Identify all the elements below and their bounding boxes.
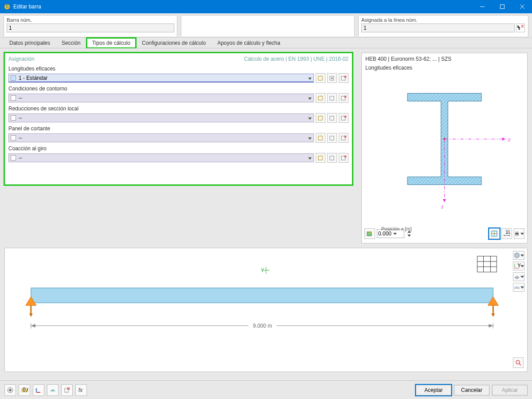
contorno-value: -- <box>19 95 22 101</box>
longitudes-label: Longitudes eficaces <box>8 66 348 72</box>
chevron-down-icon <box>308 115 312 121</box>
chevron-down-icon <box>520 286 524 289</box>
tab-configuraciones-de-calculo[interactable]: Configuraciones de cálculo <box>136 38 211 48</box>
reducciones-new-button[interactable] <box>316 113 325 123</box>
reducciones-value: -- <box>19 115 22 121</box>
ok-button[interactable]: Aceptar <box>416 385 451 395</box>
tab-tipos-de-calculo[interactable]: Tipos de cálculo <box>86 38 136 48</box>
section-profile-view: y z <box>362 80 527 224</box>
longitudes-new-button[interactable] <box>316 73 325 83</box>
svg-text:Y: Y <box>517 262 520 269</box>
tab-datos-principales[interactable]: Datos principales <box>4 38 56 48</box>
tab-apoyos-de-calculo-y-flecha[interactable]: Apoyos de cálculo y flecha <box>211 38 286 48</box>
assigned-line-input[interactable] <box>361 23 515 32</box>
bar-number-input[interactable] <box>7 23 174 32</box>
help-button[interactable] <box>4 384 16 396</box>
svg-rect-24 <box>318 136 322 140</box>
svg-point-10 <box>331 78 333 79</box>
svg-marker-71 <box>31 324 35 328</box>
minimize-button[interactable] <box>472 0 492 13</box>
svg-text:0,00: 0,00 <box>23 387 28 393</box>
axis-z-label: z <box>441 203 444 209</box>
panel-manage-button[interactable] <box>339 133 348 143</box>
view-deform-button[interactable] <box>513 283 524 292</box>
svg-rect-20 <box>330 116 334 120</box>
maximize-button[interactable] <box>492 0 512 13</box>
chevron-down-icon <box>308 155 312 161</box>
chevron-down-icon <box>308 135 312 141</box>
material-button[interactable] <box>47 384 59 396</box>
panel-combo[interactable]: -- <box>8 133 314 142</box>
tab-strip: Datos principales Sección Tipos de cálcu… <box>0 38 532 48</box>
svg-rect-19 <box>318 116 322 120</box>
view-iso-button[interactable] <box>513 272 524 281</box>
beam-length-label: 9.000 m <box>253 323 272 329</box>
beam-view: Y 9.000 m <box>4 248 528 372</box>
svg-rect-14 <box>318 96 322 100</box>
units-button[interactable]: 0,00 <box>19 384 30 396</box>
contorno-combo[interactable]: -- <box>8 94 314 102</box>
checkbox-icon <box>11 95 16 101</box>
close-button[interactable] <box>512 0 532 13</box>
chevron-down-icon <box>520 276 524 278</box>
app-icon: 6 <box>4 3 11 10</box>
svg-rect-53 <box>516 235 518 236</box>
contorno-edit-button[interactable] <box>327 93 337 103</box>
svg-rect-25 <box>330 136 334 140</box>
chevron-down-icon <box>520 265 524 267</box>
panel-new-button[interactable] <box>316 133 325 143</box>
print-button[interactable] <box>514 228 524 239</box>
svg-rect-3 <box>500 5 504 9</box>
coaccion-new-button[interactable] <box>316 153 325 163</box>
zoom-reset-button[interactable] <box>513 357 524 368</box>
coaccion-edit-button[interactable] <box>327 153 337 163</box>
delete-button[interactable] <box>61 384 73 396</box>
cancel-button[interactable]: Cancelar <box>454 385 489 395</box>
function-button[interactable]: fx <box>75 384 87 396</box>
apply-button[interactable]: Aplicar <box>492 385 528 395</box>
assignment-title: Asignación <box>8 56 35 62</box>
longitudes-edit-button[interactable] <box>327 73 337 83</box>
load-section-button[interactable] <box>364 228 375 239</box>
reducciones-manage-button[interactable] <box>339 113 348 123</box>
longitudes-combo[interactable]: 1 - Estándar <box>8 74 314 82</box>
chevron-down-icon <box>308 75 312 81</box>
view-section-button[interactable] <box>489 228 500 239</box>
window-title: Editar barra <box>13 4 472 10</box>
position-x-value: 0.000 <box>378 231 391 237</box>
view-axes-button[interactable]: Y <box>513 262 524 270</box>
ok-label: Aceptar <box>424 387 442 393</box>
view-dimensions-button[interactable]: 100 <box>501 228 512 239</box>
contorno-new-button[interactable] <box>316 93 325 103</box>
contorno-manage-button[interactable] <box>339 93 348 103</box>
svg-rect-52 <box>516 232 518 233</box>
view-3d-button[interactable] <box>513 251 524 260</box>
length-button[interactable] <box>33 384 44 396</box>
pick-line-button[interactable] <box>516 23 525 32</box>
svg-rect-15 <box>330 96 334 100</box>
svg-marker-40 <box>443 199 446 202</box>
checkbox-icon <box>11 135 16 141</box>
assigned-line-label: Asignada a la línea núm. <box>361 17 525 23</box>
titlebar: 6 Editar barra <box>0 0 532 13</box>
reducciones-combo[interactable]: -- <box>8 113 314 122</box>
coaccion-combo[interactable]: -- <box>8 153 314 162</box>
svg-rect-54 <box>477 256 497 272</box>
panel-edit-button[interactable] <box>327 133 337 143</box>
cancel-label: Cancelar <box>461 387 482 393</box>
checkbox-icon <box>11 115 16 121</box>
svg-marker-72 <box>489 324 493 328</box>
reducciones-edit-button[interactable] <box>327 113 337 123</box>
svg-point-81 <box>9 389 12 391</box>
longitudes-value: 1 - Estándar <box>19 75 47 81</box>
bar-number-label: Barra núm. <box>7 17 174 23</box>
coaccion-manage-button[interactable] <box>339 153 348 163</box>
svg-marker-43 <box>407 235 411 237</box>
position-x-label: Posición x [m] <box>381 226 411 231</box>
bar-number-group: Barra núm. <box>4 15 177 37</box>
longitudes-manage-button[interactable] <box>339 73 348 83</box>
svg-text:100: 100 <box>505 230 510 235</box>
svg-text:6: 6 <box>6 3 9 9</box>
tab-seccion[interactable]: Sección <box>56 38 86 48</box>
middle-group <box>181 15 355 37</box>
